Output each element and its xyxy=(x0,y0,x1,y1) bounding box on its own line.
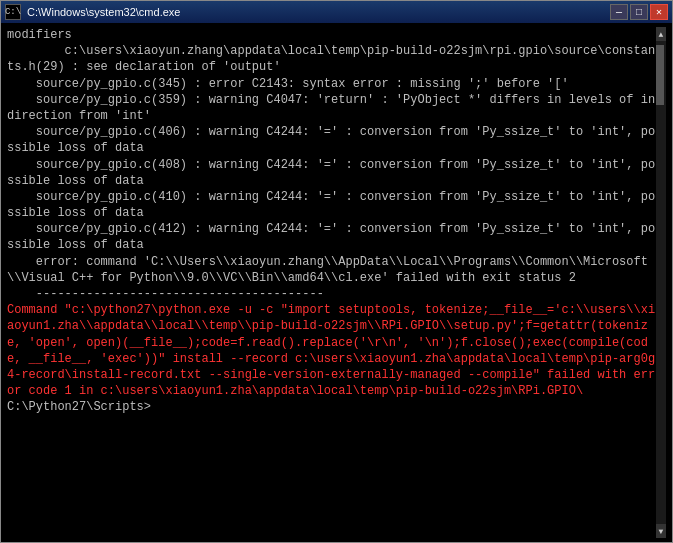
console-line: source/py_gpio.c(359) : warning C4047: '… xyxy=(7,92,656,124)
minimize-button[interactable]: — xyxy=(610,4,628,20)
cmd-icon: C:\ xyxy=(5,4,21,20)
console-line: c:\users\xiaoyun.zhang\appdata\local\tem… xyxy=(7,43,656,75)
close-button[interactable]: ✕ xyxy=(650,4,668,20)
console-line: source/py_gpio.c(410) : warning C4244: '… xyxy=(7,189,656,221)
cmd-window: C:\ C:\Windows\system32\cmd.exe — □ ✕ mo… xyxy=(0,0,673,543)
title-bar: C:\ C:\Windows\system32\cmd.exe — □ ✕ xyxy=(1,1,672,23)
scroll-down-arrow[interactable]: ▼ xyxy=(656,524,666,538)
console-line: source/py_gpio.c(408) : warning C4244: '… xyxy=(7,157,656,189)
console-line: source/py_gpio.c(412) : warning C4244: '… xyxy=(7,221,656,253)
window-title: C:\Windows\system32\cmd.exe xyxy=(27,6,180,18)
maximize-button[interactable]: □ xyxy=(630,4,648,20)
console-output: modifiers c:\users\xiaoyun.zhang\appdata… xyxy=(7,27,656,538)
console-body: modifiers c:\users\xiaoyun.zhang\appdata… xyxy=(1,23,672,542)
window-controls: — □ ✕ xyxy=(610,4,668,20)
console-line: C:\Python27\Scripts> xyxy=(7,399,656,415)
scrollbar-thumb[interactable] xyxy=(656,45,664,105)
cmd-icon-label: C:\ xyxy=(5,7,21,17)
scroll-up-arrow[interactable]: ▲ xyxy=(656,27,666,41)
title-bar-left: C:\ C:\Windows\system32\cmd.exe xyxy=(5,4,180,20)
console-line: source/py_gpio.c(345) : error C2143: syn… xyxy=(7,76,656,92)
scrollbar-track[interactable] xyxy=(656,41,666,524)
console-line: error: command 'C:\\Users\\xiaoyun.zhang… xyxy=(7,254,656,286)
console-line: modifiers xyxy=(7,27,656,43)
console-line: source/py_gpio.c(406) : warning C4244: '… xyxy=(7,124,656,156)
console-line: Command "c:\python27\python.exe -u -c "i… xyxy=(7,302,656,399)
console-line: ---------------------------------------- xyxy=(7,286,656,302)
scrollbar[interactable]: ▲ ▼ xyxy=(656,27,666,538)
